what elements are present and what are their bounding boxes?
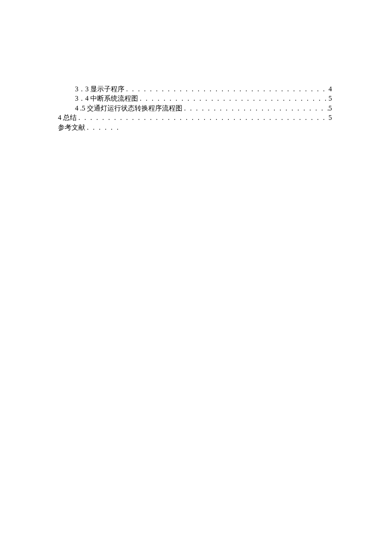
- toc-page-number: 5: [329, 113, 332, 122]
- toc-entry: 3．3 显示子程序 4: [58, 84, 332, 94]
- toc-page-number: 4: [329, 84, 332, 94]
- toc-leader-dots: [182, 104, 329, 113]
- toc-leader-dots: [124, 84, 329, 94]
- toc-title: 3．3 显示子程序: [75, 84, 124, 94]
- toc-page-number: 5: [329, 94, 332, 103]
- toc-title: 3．4 中断系统流程图: [75, 94, 138, 103]
- toc-entry: 4 总结 5: [58, 113, 332, 122]
- toc-entry: 4 .5 交通灯运行状态转换程序流程图 5: [58, 104, 332, 113]
- document-page: 3．3 显示子程序 4 3．4 中断系统流程图 5 4 .5 交通灯运行状态转换…: [0, 0, 392, 132]
- toc-entry-trailing: 参考文献 . . . . . .: [58, 123, 332, 132]
- toc-entry: 3．4 中断系统流程图 5: [58, 94, 332, 103]
- toc-title: 参考文献: [58, 123, 85, 132]
- toc-leader-dots: [138, 94, 329, 103]
- toc-title: 4 总结: [58, 113, 77, 122]
- toc-leader-dots-short: . . . . . .: [85, 123, 120, 132]
- toc-page-number: 5: [329, 104, 332, 113]
- toc-leader-dots: [77, 113, 329, 122]
- toc-title: 4 .5 交通灯运行状态转换程序流程图: [75, 104, 182, 113]
